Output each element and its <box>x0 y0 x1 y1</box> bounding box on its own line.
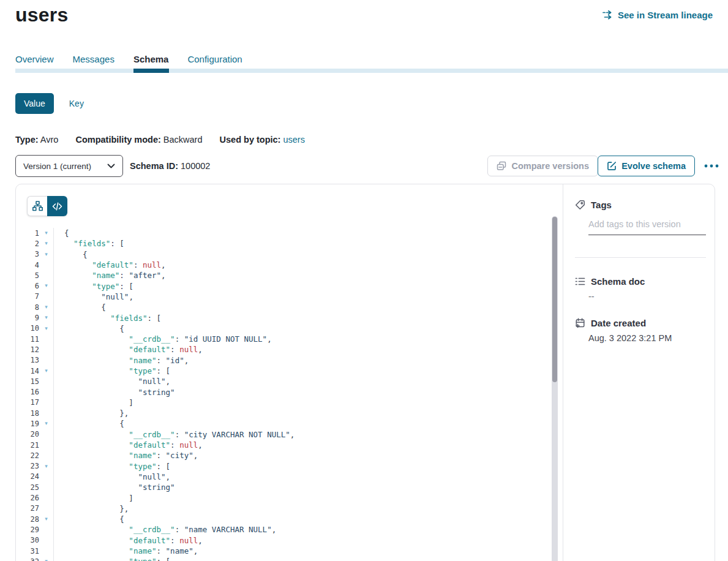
fold-gutter <box>39 546 54 556</box>
fold-gutter <box>39 482 54 492</box>
code-line: 28▾ { <box>16 514 550 524</box>
compare-versions-button[interactable]: Compare versions <box>487 156 598 176</box>
code-text: "type": [ <box>54 366 170 375</box>
editor-scrollbar[interactable] <box>552 216 558 561</box>
code-text: "null", <box>54 472 170 481</box>
value-toggle-button[interactable]: Value <box>15 93 54 114</box>
line-number: 16 <box>16 388 39 396</box>
key-toggle-button[interactable]: Key <box>69 99 84 108</box>
code-line: 26 ] <box>16 492 550 503</box>
schema-id-value: 100002 <box>181 161 210 171</box>
see-in-stream-lineage-link[interactable]: See in Stream lineage <box>602 10 713 20</box>
fold-gutter <box>39 292 54 302</box>
code-line: 8▾ { <box>16 302 550 312</box>
code-line: 31 "name": "name", <box>16 546 550 556</box>
fold-gutter <box>39 344 54 355</box>
fold-arrow-icon[interactable]: ▾ <box>39 302 54 312</box>
line-number: 15 <box>16 377 39 386</box>
code-text: { <box>54 514 124 524</box>
fold-gutter <box>39 429 54 440</box>
line-number: 27 <box>16 504 39 513</box>
fold-arrow-icon[interactable]: ▾ <box>39 418 54 429</box>
version-bar: Version 1 (current) Schema ID: 100002 Co… <box>15 155 728 177</box>
tags-heading-label: Tags <box>591 200 612 210</box>
schema-meta-row: Type: Avro Compatibility mode: Backward … <box>15 135 305 145</box>
fold-arrow-icon[interactable]: ▾ <box>39 249 54 260</box>
line-number: 32 <box>16 557 39 561</box>
line-number: 19 <box>16 420 39 428</box>
code-view-button[interactable] <box>47 196 67 216</box>
fold-arrow-icon[interactable]: ▾ <box>39 323 54 334</box>
compare-versions-label: Compare versions <box>511 161 589 171</box>
fold-arrow-icon[interactable]: ▾ <box>39 556 54 561</box>
version-select[interactable]: Version 1 (current) <box>15 155 123 177</box>
page-title: users <box>15 4 68 26</box>
fold-arrow-icon[interactable]: ▾ <box>39 228 54 238</box>
schema-panel: 1▾{2▾ "fields": [3▾ {4 "default": null,5… <box>15 184 715 561</box>
code-text: { <box>54 228 69 238</box>
line-number: 17 <box>16 398 39 407</box>
code-line: 20 "__crdb__": "city VARCHAR NOT NULL", <box>16 429 550 440</box>
list-icon <box>575 277 585 286</box>
code-line: 21 "default": null, <box>16 440 550 450</box>
date-created-value: Aug. 3 2022 3:21 PM <box>588 333 672 343</box>
code-text: "name": "after", <box>54 271 166 280</box>
fold-gutter <box>39 440 54 450</box>
code-text: { <box>54 250 88 259</box>
tags-input[interactable] <box>588 217 706 235</box>
code-line: 13 "name": "id", <box>16 355 550 366</box>
fold-arrow-icon[interactable]: ▾ <box>39 366 54 376</box>
code-line: 10▾ { <box>16 323 550 334</box>
tree-view-button[interactable] <box>27 196 47 216</box>
fold-arrow-icon[interactable]: ▾ <box>39 514 54 524</box>
fold-arrow-icon[interactable]: ▾ <box>39 280 54 291</box>
fold-arrow-icon[interactable]: ▾ <box>39 312 54 323</box>
evolve-schema-label: Evolve schema <box>621 161 686 171</box>
tab-configuration[interactable]: Configuration <box>187 54 242 70</box>
tree-view-icon <box>32 201 43 211</box>
tab-messages[interactable]: Messages <box>73 54 114 70</box>
code-line: 12 "default": null, <box>16 344 550 355</box>
tabs: OverviewMessagesSchemaConfiguration <box>15 54 242 70</box>
code-line: 2▾ "fields": [ <box>16 238 550 249</box>
code-text: "name": "city", <box>54 451 198 460</box>
tag-icon <box>575 200 585 210</box>
code-text: "default": null, <box>54 260 166 269</box>
code-line: 30 "default": null, <box>16 535 550 546</box>
used-by-topic-link[interactable]: users <box>283 135 304 145</box>
code-text: { <box>54 324 124 333</box>
line-number: 12 <box>16 345 39 354</box>
code-text: ] <box>54 494 133 503</box>
fold-gutter <box>39 503 54 514</box>
line-number: 21 <box>16 441 39 450</box>
evolve-schema-button[interactable]: Evolve schema <box>598 156 695 176</box>
schema-doc-heading-label: Schema doc <box>591 276 645 287</box>
fold-arrow-icon[interactable]: ▾ <box>39 238 54 249</box>
code-text: { <box>54 303 106 312</box>
code-text: "__crdb__": "city VARCHAR NOT NULL", <box>54 430 295 439</box>
code-text: "type": [ <box>54 462 170 471</box>
tab-underline-indicator <box>133 69 169 73</box>
date-created-heading: Date created <box>575 318 646 328</box>
code-line: 25 "string" <box>16 482 550 492</box>
tab-overview[interactable]: Overview <box>15 54 54 70</box>
code-line: 7 "null", <box>16 292 550 302</box>
code-text: "null", <box>54 377 170 386</box>
fold-gutter <box>39 270 54 280</box>
more-options-button[interactable] <box>704 159 719 173</box>
code-text: "default": null, <box>54 345 203 354</box>
line-number: 18 <box>16 409 39 418</box>
editor-scrollbar-thumb[interactable] <box>552 217 557 382</box>
tab-schema[interactable]: Schema <box>133 54 169 70</box>
line-number: 13 <box>16 356 39 364</box>
fold-gutter <box>39 355 54 366</box>
edit-pencil-icon <box>607 161 617 171</box>
line-number: 11 <box>16 335 39 344</box>
compatibility-value: Backward <box>163 135 203 145</box>
code-text: "string" <box>54 388 175 397</box>
fold-arrow-icon[interactable]: ▾ <box>39 461 54 472</box>
schema-doc-heading: Schema doc <box>575 276 645 287</box>
fold-gutter <box>39 334 54 344</box>
line-number: 31 <box>16 547 39 555</box>
code-line: 19▾ { <box>16 418 550 429</box>
